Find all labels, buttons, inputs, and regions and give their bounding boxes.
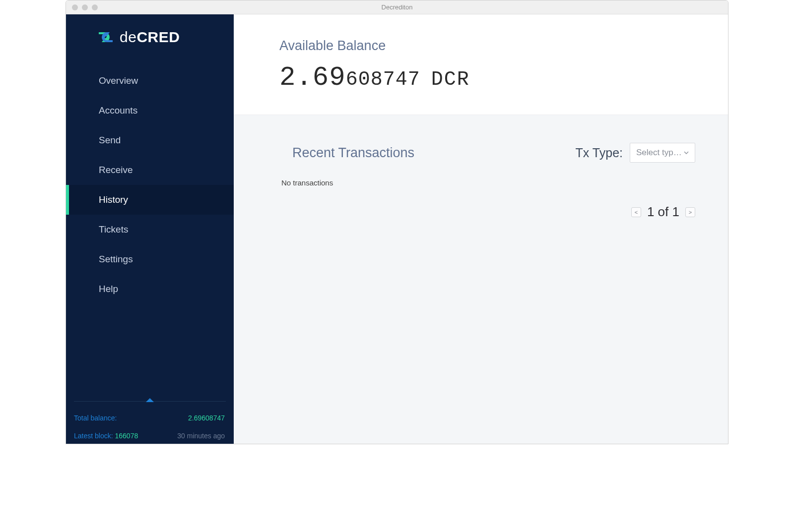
sidebar-item-history[interactable]: History <box>66 185 234 215</box>
chevron-down-icon <box>684 150 689 155</box>
total-balance-label: Total balance: <box>74 414 117 422</box>
sidebar-item-accounts[interactable]: Accounts <box>66 96 234 125</box>
tx-type-filter: Tx Type: Select typ… <box>576 143 695 163</box>
balance-label: Available Balance <box>279 38 728 54</box>
titlebar: Decrediton <box>66 0 728 14</box>
sidebar-item-settings[interactable]: Settings <box>66 244 234 274</box>
sidebar-item-send[interactable]: Send <box>66 125 234 155</box>
sidebar-latest-block: Latest block: 166078 30 minutes ago <box>66 426 234 444</box>
sidebar-nav: Overview Accounts Send Receive History T… <box>66 55 234 304</box>
balance-unit: DCR <box>431 68 470 91</box>
tx-type-select-value: Select typ… <box>636 148 682 158</box>
pagination: < 1 of 1 > <box>631 204 695 220</box>
sidebar: deCRED Overview Accounts Send Receive Hi… <box>66 14 234 444</box>
decred-logo-icon <box>97 28 115 46</box>
main-content: Available Balance 2.69608747 DCR Recent … <box>234 14 728 444</box>
window-controls <box>66 4 98 10</box>
zoom-window-button[interactable] <box>92 4 98 10</box>
app-body: deCRED Overview Accounts Send Receive Hi… <box>66 14 728 444</box>
page-next-button[interactable]: > <box>685 207 695 217</box>
latest-block-age: 30 minutes ago <box>177 432 225 440</box>
balance-panel: Available Balance 2.69608747 DCR <box>234 14 728 115</box>
brand-logo: deCRED <box>66 14 234 55</box>
minimize-window-button[interactable] <box>82 4 88 10</box>
close-window-button[interactable] <box>72 4 78 10</box>
sidebar-item-help[interactable]: Help <box>66 274 234 304</box>
balance-integer: 2.69 <box>279 62 346 93</box>
app-window: Decrediton deCRED Overview Accounts Send… <box>66 0 728 444</box>
transactions-title: Recent Transactions <box>292 145 414 161</box>
caret-up-icon[interactable] <box>146 398 154 402</box>
sidebar-item-receive[interactable]: Receive <box>66 155 234 185</box>
sidebar-total-balance: Total balance: 2.69608747 <box>66 408 234 426</box>
total-balance-value: 2.69608747 <box>188 414 225 422</box>
page-indicator: 1 of 1 <box>647 204 679 220</box>
balance-decimals: 608747 <box>346 68 420 91</box>
sidebar-item-tickets[interactable]: Tickets <box>66 215 234 244</box>
transactions-empty-text: No transactions <box>281 178 695 187</box>
page-prev-button[interactable]: < <box>631 207 641 217</box>
tx-type-select[interactable]: Select typ… <box>630 143 695 163</box>
balance-amount: 2.69608747 DCR <box>279 62 728 93</box>
latest-block-label: Latest block: 166078 <box>74 432 138 440</box>
sidebar-divider <box>66 401 234 408</box>
brand-text: deCRED <box>120 29 180 46</box>
window-title: Decrediton <box>382 3 413 11</box>
transactions-panel: Recent Transactions Tx Type: Select typ…… <box>234 115 728 444</box>
transactions-header-row: Recent Transactions Tx Type: Select typ… <box>292 143 695 163</box>
tx-type-label: Tx Type: <box>576 146 623 160</box>
sidebar-item-overview[interactable]: Overview <box>66 66 234 96</box>
latest-block-link[interactable]: 166078 <box>115 432 138 440</box>
